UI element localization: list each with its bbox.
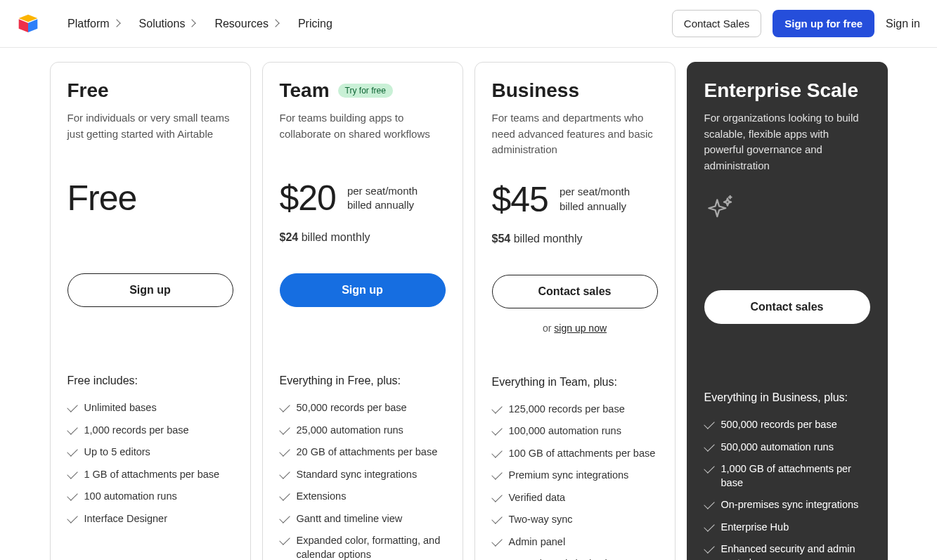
feature-item: Verified data — [492, 487, 658, 509]
nav-item-pricing[interactable]: Pricing — [298, 18, 332, 30]
plan-desc: For organizations looking to build scala… — [704, 110, 870, 174]
plan-card-free: FreeFor individuals or very small teams … — [50, 62, 251, 560]
check-icon — [491, 535, 503, 547]
feature-text: 500,000 automation runs — [721, 441, 834, 455]
check-icon — [704, 498, 715, 509]
check-icon — [67, 445, 78, 457]
feature-list: 50,000 records per base25,000 automation… — [280, 397, 446, 560]
header-right: Contact Sales Sign up for free Sign in — [672, 10, 920, 37]
check-icon — [279, 535, 290, 546]
check-icon — [491, 403, 503, 414]
pricing-grid: FreeFor individuals or very small teams … — [19, 48, 919, 560]
feature-text: Standard sync integrations — [297, 468, 418, 482]
sparkle-icon — [704, 195, 735, 226]
check-icon — [279, 512, 290, 523]
nav-item-platform[interactable]: Platform — [67, 18, 119, 30]
check-icon — [279, 445, 290, 457]
check-icon — [704, 521, 715, 532]
feature-text: 100 GB of attachments per base — [509, 447, 656, 461]
feature-text: 125,000 records per base — [509, 403, 625, 417]
plan-name: Business — [492, 79, 580, 102]
feature-item: 1,000 records per base — [67, 419, 233, 442]
check-icon — [279, 424, 290, 435]
check-icon — [67, 468, 78, 479]
plan-cta-button[interactable]: Contact sales — [492, 275, 658, 308]
monthly-price: $54 billed monthly — [492, 233, 658, 245]
feature-item: 100,000 automation runs — [492, 420, 658, 443]
sub-cta: or sign up now — [492, 323, 658, 334]
nav-item-resources[interactable]: Resources — [214, 18, 278, 30]
price-block: $45per seat/monthbilled annually$54 bill… — [492, 179, 658, 263]
nav-item-label: Solutions — [139, 18, 186, 30]
feature-item: Enhanced security and admin controls — [704, 538, 870, 560]
feature-item: 20 GB of attachments per base — [280, 441, 446, 464]
feature-item: 500,000 automation runs — [704, 436, 870, 459]
feature-item: 1 GB of attachments per base — [67, 464, 233, 486]
chevron-right-icon — [188, 19, 196, 27]
feature-item: Up to 5 editors — [67, 441, 233, 464]
sign-up-now-link[interactable]: sign up now — [554, 323, 607, 334]
chevron-right-icon — [112, 19, 120, 27]
feature-item: 100 GB of attachments per base — [492, 443, 658, 465]
check-icon — [491, 514, 503, 525]
feature-item: Interface Designer — [67, 508, 233, 530]
feature-text: Premium sync integrations — [509, 469, 629, 483]
price-block — [704, 195, 870, 279]
feature-item: 500,000 records per base — [704, 414, 870, 436]
sign-up-free-button[interactable]: Sign up for free — [773, 10, 874, 37]
feature-text: 500,000 records per base — [721, 418, 837, 432]
feature-item: SAML-based single sign-on — [492, 553, 658, 560]
price-note: per seat/monthbilled annually — [347, 184, 418, 213]
monthly-price: $24 billed monthly — [280, 231, 446, 244]
check-icon — [67, 490, 78, 501]
check-icon — [704, 418, 715, 429]
check-icon — [279, 490, 290, 501]
feature-text: Enhanced security and admin controls — [721, 542, 870, 560]
price-block: $20per seat/monthbilled annually$24 bill… — [280, 178, 446, 262]
plan-cta-button[interactable]: Contact sales — [704, 290, 870, 324]
check-icon — [704, 441, 715, 452]
feature-text: Unlimited bases — [84, 401, 157, 415]
feature-text: 100 automation runs — [84, 490, 177, 504]
check-icon — [491, 469, 503, 480]
feature-list: 125,000 records per base100,000 automati… — [492, 398, 658, 561]
nav-item-solutions[interactable]: Solutions — [139, 18, 195, 30]
feature-item: Extensions — [280, 486, 446, 508]
plan-desc: For individuals or very small teams just… — [67, 110, 233, 157]
check-icon — [491, 424, 503, 436]
check-icon — [491, 491, 503, 502]
sign-in-link[interactable]: Sign in — [886, 18, 920, 30]
feature-text: 1,000 records per base — [84, 424, 189, 438]
feature-text: Expanded color, formatting, and calendar… — [297, 534, 446, 560]
feature-text: 50,000 records per base — [297, 401, 407, 415]
nav-item-label: Pricing — [298, 18, 332, 30]
contact-sales-button[interactable]: Contact Sales — [672, 10, 761, 37]
plan-desc: For teams building apps to collaborate o… — [280, 110, 446, 157]
check-icon — [67, 401, 78, 412]
nav-item-label: Resources — [214, 18, 268, 30]
feature-item: Unlimited bases — [67, 397, 233, 419]
plan-cta-button[interactable]: Sign up — [280, 273, 446, 307]
price-amount: $45 — [492, 179, 548, 220]
plan-cta-button[interactable]: Sign up — [67, 273, 233, 307]
check-icon — [67, 512, 78, 523]
logo[interactable] — [17, 13, 39, 35]
feature-item: 25,000 automation runs — [280, 419, 446, 442]
feature-text: Interface Designer — [84, 512, 167, 526]
price-note: per seat/monthbilled annually — [560, 185, 630, 214]
plan-name: Enterprise Scale — [704, 79, 858, 102]
includes-title: Free includes: — [67, 375, 233, 387]
plan-card-enterprise-scale: Enterprise ScaleFor organizations lookin… — [687, 62, 888, 560]
price-amount: $20 — [280, 178, 336, 219]
check-icon — [491, 558, 503, 560]
nav-item-label: Platform — [67, 18, 110, 30]
feature-text: Enterprise Hub — [721, 521, 789, 535]
feature-item: 1,000 GB of attachments per base — [704, 458, 870, 494]
price-amount: Free — [67, 178, 137, 219]
check-icon — [704, 462, 715, 474]
feature-text: On-premises sync integrations — [721, 498, 859, 512]
feature-text: 100,000 automation runs — [509, 424, 621, 438]
feature-text: Up to 5 editors — [84, 445, 150, 460]
feature-item: Admin panel — [492, 531, 658, 554]
try-free-badge: Try for free — [338, 84, 393, 98]
